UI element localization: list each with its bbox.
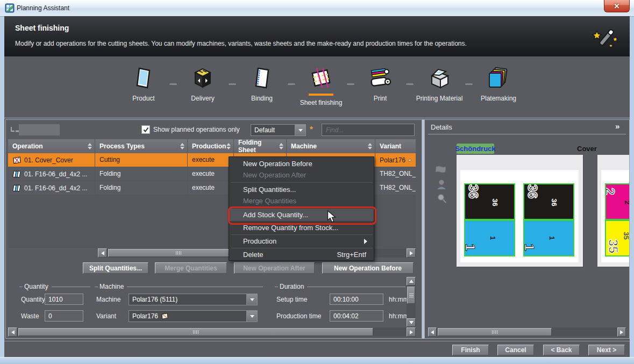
scroll-left-button[interactable] bbox=[98, 248, 107, 258]
step-sheet-finishing[interactable]: Sheet finishing bbox=[294, 66, 348, 107]
details-hscrollbar[interactable] bbox=[428, 327, 626, 337]
step-printing-material[interactable]: Printing Material bbox=[412, 66, 466, 103]
title-bar: Planning Assistant bbox=[0, 0, 634, 17]
step-separator bbox=[169, 83, 177, 85]
preset-modified-marker: * bbox=[310, 124, 313, 133]
scroll-thumb[interactable] bbox=[407, 287, 415, 304]
app-icon bbox=[5, 3, 15, 13]
operation-name-field[interactable] bbox=[19, 124, 60, 135]
waste-input[interactable] bbox=[45, 310, 83, 322]
dropdown-arrow-icon[interactable] bbox=[246, 311, 257, 322]
press-sheet-preview[interactable]: 36 36 1 1 36 36 1 1 bbox=[457, 155, 583, 267]
menu-item-split-quantities[interactable]: Split Quantities... bbox=[229, 184, 374, 195]
scroll-right-button[interactable] bbox=[617, 327, 626, 337]
production-time-label: Production time bbox=[276, 312, 321, 320]
sheet-finishing-icon bbox=[309, 66, 333, 90]
front-side-badge: Schöndruck bbox=[457, 144, 494, 154]
search-input[interactable] bbox=[322, 126, 411, 134]
step-label: Sheet finishing bbox=[294, 99, 348, 107]
production-time-unit: hh:mm bbox=[389, 312, 407, 320]
dropdown-arrow-icon[interactable] bbox=[246, 294, 257, 305]
menu-item-merge-quantities[interactable]: Merge Quantities bbox=[229, 195, 374, 206]
step-separator bbox=[465, 83, 473, 85]
step-label: Printing Material bbox=[412, 95, 466, 103]
scroll-up-button[interactable] bbox=[407, 277, 416, 286]
step-separator bbox=[229, 83, 236, 85]
dropdown-arrow-icon[interactable] bbox=[295, 125, 305, 135]
menu-item-new-operation-after[interactable]: New Operation After bbox=[229, 169, 374, 181]
menu-item-add-stock-quantity[interactable]: Add Stock Quantity... bbox=[229, 209, 374, 221]
scroll-thumb[interactable] bbox=[108, 249, 249, 257]
scroll-right-button[interactable] bbox=[407, 327, 416, 337]
person-icon[interactable] bbox=[437, 179, 446, 190]
imposition-panel: 36 36 1 1 bbox=[523, 183, 574, 256]
menu-item-remove-quantity-from-stock[interactable]: Remove Quantity from Stock... bbox=[229, 222, 374, 233]
column-header-folding-sheet[interactable]: Folding Sheet bbox=[234, 139, 287, 153]
folding-icon bbox=[12, 170, 22, 178]
step-delivery[interactable]: Delivery bbox=[176, 66, 230, 103]
panel-hscrollbar[interactable] bbox=[8, 327, 416, 337]
step-separator bbox=[347, 83, 354, 85]
window-border-bottom bbox=[0, 357, 634, 364]
details-divider bbox=[428, 134, 626, 134]
step-label: Platemaking bbox=[472, 95, 525, 103]
magic-wand-icon bbox=[590, 26, 621, 52]
column-header-machine[interactable]: Machine bbox=[287, 139, 375, 153]
scroll-left-button[interactable] bbox=[8, 327, 17, 337]
column-header-variant[interactable]: Variant bbox=[375, 139, 416, 153]
close-button[interactable]: ✕ bbox=[604, 0, 630, 12]
waste-label: Waste bbox=[21, 312, 39, 320]
step-binding[interactable]: Binding bbox=[235, 66, 289, 103]
flag-icon[interactable] bbox=[434, 165, 447, 175]
preset-dropdown[interactable]: Default bbox=[251, 124, 306, 136]
column-header-production[interactable]: Production bbox=[188, 139, 234, 153]
machine-group-title: Machine bbox=[95, 283, 263, 290]
setup-time-label: Setup time bbox=[276, 296, 307, 303]
variant-label: Variant bbox=[96, 312, 116, 320]
next-button[interactable]: Next > bbox=[588, 345, 625, 355]
step-label: Product bbox=[117, 95, 170, 103]
split-quantities-button[interactable]: Split Quantities... bbox=[83, 262, 148, 274]
scroll-down-button[interactable] bbox=[407, 318, 416, 327]
finish-button[interactable]: Finish bbox=[452, 345, 489, 355]
menu-item-delete[interactable]: Delete Strg+Entf bbox=[229, 249, 374, 260]
machine-label: Machine bbox=[96, 296, 120, 303]
cutting-icon bbox=[12, 156, 22, 164]
collapse-panel-icon[interactable]: » bbox=[615, 122, 619, 131]
press-sheet-preview[interactable]: 2 2 35 35 bbox=[597, 155, 630, 267]
sort-icon bbox=[180, 143, 184, 149]
cancel-button[interactable]: Cancel bbox=[497, 345, 534, 355]
scroll-thumb[interactable] bbox=[438, 328, 552, 336]
show-planned-label: Show planned operations only bbox=[153, 126, 240, 133]
step-product[interactable]: Product bbox=[117, 66, 170, 103]
menu-item-new-operation-before[interactable]: New Operation Before bbox=[229, 158, 374, 169]
panel-page-bottom: 1 1 bbox=[523, 220, 574, 256]
setup-time-unit: hh:mm bbox=[389, 296, 407, 303]
machine-value: Polar176 (5111) bbox=[129, 296, 246, 303]
menu-item-production[interactable]: Production bbox=[229, 235, 374, 247]
variant-value: Polar176 bbox=[132, 312, 158, 320]
column-header-process-types[interactable]: Process Types bbox=[95, 139, 188, 153]
step-platemaking[interactable]: Platemaking bbox=[472, 66, 525, 103]
menu-shortcut: Strg+Entf bbox=[337, 251, 366, 259]
show-planned-checkbox[interactable] bbox=[141, 125, 150, 134]
scroll-left-button[interactable] bbox=[428, 327, 437, 337]
scroll-thumb[interactable] bbox=[18, 328, 373, 336]
new-operation-after-button[interactable]: New Operation After bbox=[234, 262, 315, 274]
merge-quantities-button[interactable]: Merge Quantities bbox=[155, 262, 227, 274]
machine-dropdown[interactable]: Polar176 (5111) bbox=[129, 294, 258, 305]
find-field[interactable] bbox=[322, 124, 415, 136]
magnifier-icon[interactable] bbox=[437, 193, 447, 204]
back-button[interactable]: < Back bbox=[543, 345, 580, 355]
quantity-input[interactable] bbox=[45, 294, 83, 305]
setup-time-input[interactable] bbox=[330, 294, 383, 305]
step-print[interactable]: Print bbox=[353, 66, 407, 103]
form-vscrollbar[interactable] bbox=[407, 277, 416, 327]
imposition-panel: 2 2 35 35 bbox=[605, 183, 630, 256]
page-title: Sheet finishing bbox=[15, 24, 69, 32]
variant-dropdown[interactable]: Polar176 bbox=[129, 310, 258, 322]
new-operation-before-button[interactable]: New Operation Before bbox=[322, 262, 414, 274]
scroll-right-button[interactable] bbox=[407, 248, 416, 258]
production-time-input[interactable] bbox=[330, 310, 383, 322]
column-header-operation[interactable]: Operation bbox=[8, 139, 95, 153]
